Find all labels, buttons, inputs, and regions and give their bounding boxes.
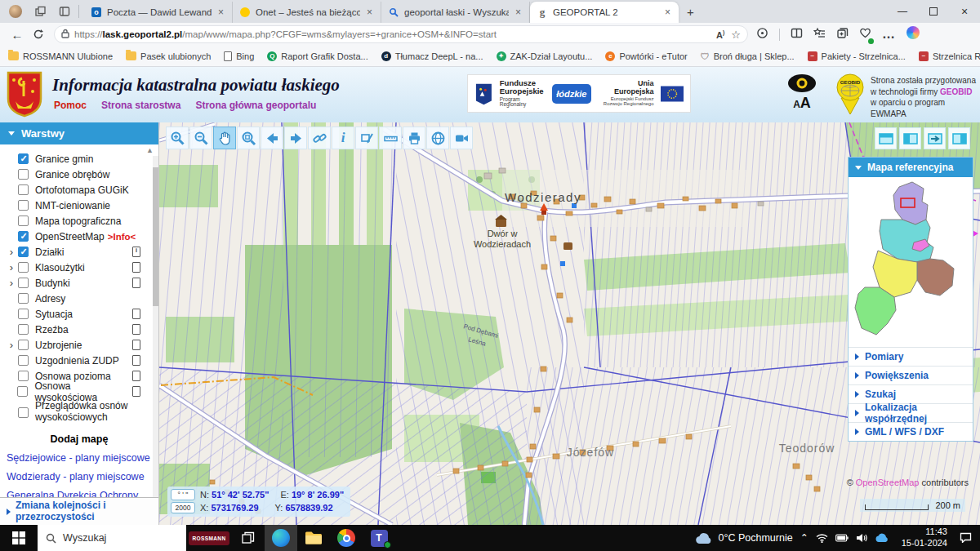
collections-icon[interactable]	[836, 27, 849, 42]
link-button[interactable]	[308, 127, 331, 149]
zoom-window-button[interactable]	[237, 127, 260, 149]
reference-map[interactable]	[849, 177, 973, 347]
tab-actions-icon[interactable]	[56, 2, 74, 20]
tab-close-icon[interactable]: ×	[365, 7, 374, 18]
layer-checkbox[interactable]	[18, 231, 29, 242]
tab-onet[interactable]: Onet – Jesteś na bieżąco ×	[233, 2, 381, 23]
bookmark-item[interactable]: Bing	[224, 51, 254, 61]
refresh-button[interactable]	[28, 25, 49, 43]
menu-lokalizacja[interactable]: Lokalizacja współrzędnej	[849, 403, 973, 422]
bookmark-item[interactable]: 🛡Broń długa | Sklep...	[701, 51, 795, 61]
globe-button[interactable]	[426, 127, 449, 149]
file-explorer-icon[interactable]	[297, 525, 330, 551]
notification-center-icon[interactable]	[960, 532, 972, 544]
speaker-icon[interactable]	[856, 533, 867, 543]
add-map-link[interactable]: Wodzierady - plany miejscowe	[7, 471, 158, 482]
layer-checkbox[interactable]	[17, 386, 28, 397]
tab-poczta[interactable]: o Poczta — Dawid Lewandowski — ×	[84, 2, 233, 23]
taskbar-clock[interactable]: 11:4315-01-2024	[902, 527, 947, 549]
layer-checkbox[interactable]	[18, 169, 29, 180]
layer-checkbox[interactable]	[18, 407, 29, 418]
bookmark-item[interactable]: dTłumacz DeepL - na...	[381, 51, 483, 61]
dms-toggle-button[interactable]: ° ' "	[171, 489, 195, 500]
layers-panel-header[interactable]: Warstwy	[0, 122, 158, 144]
more-options-icon[interactable]: …	[882, 27, 896, 42]
next-view-button[interactable]	[284, 127, 307, 149]
tab-close-icon[interactable]: ×	[663, 7, 672, 18]
expand-chevron-icon[interactable]: ›	[5, 246, 18, 258]
layer-checkbox[interactable]	[18, 371, 29, 381]
copilot-icon[interactable]	[906, 26, 920, 42]
scale-button[interactable]: 2000	[171, 502, 195, 513]
layer-checkbox[interactable]	[18, 216, 29, 226]
layer-checkbox[interactable]	[18, 247, 29, 257]
wifi-icon[interactable]	[816, 533, 828, 543]
bookmark-item[interactable]: Pasek ulubionych	[126, 51, 211, 61]
browser-essentials-icon[interactable]	[859, 27, 871, 42]
nav-starostwo[interactable]: Strona starostwa	[101, 100, 180, 111]
onedrive-icon[interactable]	[875, 533, 889, 543]
maximize-button[interactable]	[918, 0, 949, 23]
info-doc-icon[interactable]: i	[132, 247, 140, 257]
layer-checkbox[interactable]	[18, 324, 29, 335]
legend-doc-icon[interactable]	[132, 386, 140, 397]
layer-checkbox[interactable]	[18, 355, 29, 366]
tab-geoportal[interactable]: g GEOPORTAL 2 ×	[530, 2, 679, 23]
bookmark-item[interactable]: QRaport Grafik Dosta...	[267, 51, 368, 61]
accessibility-widget[interactable]: AA	[786, 73, 818, 109]
teams-icon[interactable]: T	[363, 525, 395, 551]
geobid-link[interactable]: GEOBID	[940, 87, 972, 96]
bookmark-item[interactable]: ~Strzelnica RP - Strze...	[919, 51, 980, 61]
menu-szukaj[interactable]: Szukaj	[849, 384, 973, 403]
close-button[interactable]: ×	[949, 0, 980, 23]
back-button[interactable]: ←	[7, 25, 28, 43]
expand-chevron-icon[interactable]: ›	[5, 339, 18, 351]
legend-doc-icon[interactable]	[132, 371, 140, 381]
sidebar-scrollbar[interactable]	[153, 156, 158, 505]
layer-checkbox[interactable]	[18, 309, 29, 319]
layer-checkbox[interactable]	[18, 262, 29, 273]
layer-checkbox[interactable]	[18, 278, 29, 288]
bookmark-item[interactable]: ePowtórki - eTutor	[605, 51, 687, 61]
profile-avatar[interactable]	[7, 2, 24, 20]
legend-doc-icon[interactable]	[132, 309, 140, 319]
taskbar-search[interactable]: Wyszukaj	[38, 525, 186, 551]
zoom-in-button[interactable]	[166, 127, 189, 149]
add-map-link[interactable]: Sędziejowice - plany miejscowe	[7, 452, 158, 464]
favorite-star-icon[interactable]: ☆	[731, 29, 741, 41]
legend-doc-icon[interactable]	[132, 262, 140, 273]
minimize-button[interactable]: —	[887, 0, 918, 23]
workspaces-icon[interactable]	[31, 2, 49, 20]
layer-checkbox[interactable]	[18, 340, 29, 350]
scroll-up-icon[interactable]: ▲	[146, 146, 154, 154]
pan-button[interactable]	[213, 127, 236, 149]
openstreetmap-link[interactable]: OpenStreetMap	[856, 478, 920, 487]
legend-doc-icon[interactable]	[132, 324, 140, 335]
menu-powiekszenia[interactable]: Powiększenia	[849, 366, 973, 384]
reference-map-header[interactable]: Mapa referencyjna	[849, 158, 973, 177]
layer-checkbox[interactable]	[18, 153, 29, 164]
osm-info-link[interactable]: >Info<	[108, 232, 136, 242]
select-area-button[interactable]	[355, 127, 378, 149]
camera-button[interactable]	[450, 127, 473, 149]
bookmark-item[interactable]: ROSSMANN Ulubione	[8, 51, 113, 61]
weather-widget[interactable]: 0°C Pochmurnie	[695, 532, 792, 544]
layout-expand-button[interactable]	[924, 127, 946, 149]
expand-chevron-icon[interactable]: ›	[5, 261, 18, 273]
nav-geoportal-home[interactable]: Strona główna geoportalu	[195, 100, 316, 111]
print-button[interactable]	[403, 127, 425, 149]
layer-checkbox[interactable]	[18, 200, 29, 211]
hidden-icons-chevron[interactable]: ⌃	[800, 532, 808, 544]
edge-taskbar-icon[interactable]	[265, 525, 297, 551]
split-screen-icon[interactable]	[791, 27, 803, 42]
bookmark-item[interactable]: ~Pakiety - Strzelnica...	[808, 51, 906, 61]
layout-full-button[interactable]	[875, 127, 897, 149]
favorites-list-icon[interactable]	[813, 27, 826, 42]
battery-icon[interactable]	[835, 534, 849, 542]
layout-left-button[interactable]	[899, 127, 921, 149]
tab-close-icon[interactable]: ×	[216, 7, 225, 18]
legend-doc-icon[interactable]	[132, 278, 140, 288]
layer-checkbox[interactable]	[18, 184, 29, 195]
layer-checkbox[interactable]	[18, 293, 29, 304]
tab-close-icon[interactable]: ×	[514, 7, 523, 18]
